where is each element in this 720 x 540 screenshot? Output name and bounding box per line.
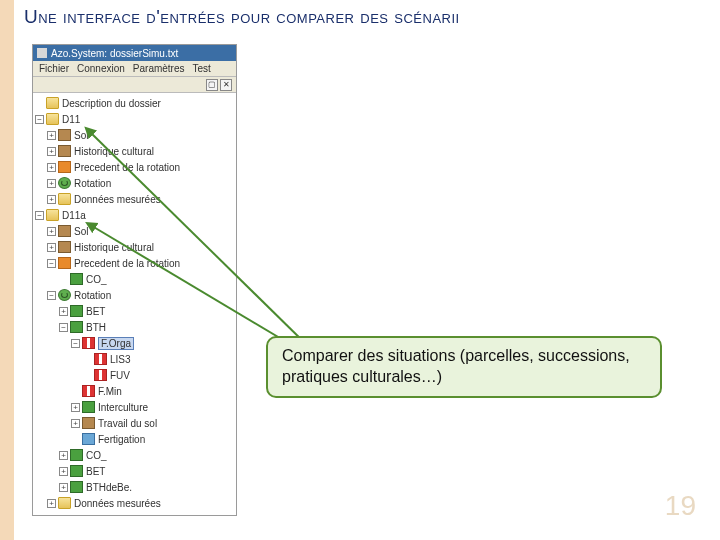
history-icon [58,241,71,253]
expander-blank [59,275,68,284]
expander-minus-icon[interactable]: − [47,291,56,300]
folder-icon [46,209,59,221]
tree-item-precedent[interactable]: + Precedent de la rotation [35,159,234,175]
flag-icon [94,369,107,381]
tree-item-d11[interactable]: − D11 [35,111,234,127]
tree-item-bth[interactable]: − BTH [35,319,234,335]
tree-label: Description du dossier [62,98,161,109]
tree-item-sol[interactable]: + Sol [35,127,234,143]
menu-test[interactable]: Test [193,63,211,74]
tree-item-bet2[interactable]: + BET [35,463,234,479]
expander-plus-icon[interactable]: + [47,147,56,156]
expander-plus-icon[interactable]: + [47,227,56,236]
expander-minus-icon[interactable]: − [71,339,80,348]
expander-plus-icon[interactable]: + [71,403,80,412]
tree-item-forga[interactable]: − F.Orga [35,335,234,351]
tree-item-rotation2[interactable]: − Rotation [35,287,234,303]
tree-label: BET [86,466,105,477]
tree-label: D11 [62,114,80,125]
expander-plus-icon[interactable]: + [59,467,68,476]
callout-text: Comparer des situations (parcelles, succ… [282,347,630,385]
tree-label: Rotation [74,178,111,189]
tree-label: Rotation [74,290,111,301]
tree-item-co2[interactable]: + CO_ [35,447,234,463]
tree-item-bthdebe[interactable]: + BTHdeBe. [35,479,234,495]
tree-label: Precedent de la rotation [74,162,180,173]
crop-icon [70,449,83,461]
rotation-icon [58,177,71,189]
expander-blank [35,99,44,108]
tree-item-precedent2[interactable]: − Precedent de la rotation [35,255,234,271]
tree-item-rotation[interactable]: + Rotation [35,175,234,191]
tree-item-sol2[interactable]: + Sol [35,223,234,239]
expander-plus-icon[interactable]: + [59,483,68,492]
folder-icon [46,97,59,109]
folder-icon [46,113,59,125]
soil-icon [58,129,71,141]
crop-icon [70,465,83,477]
tree-label: D11a [62,210,86,221]
tree-item-bet[interactable]: + BET [35,303,234,319]
app-titlebar[interactable]: Azo.System: dossierSimu.txt [33,45,236,61]
expander-plus-icon[interactable]: + [47,131,56,140]
left-accent-stripe [0,0,14,540]
tree-label: Historique cultural [74,146,154,157]
tree-item-donnees[interactable]: + Données mesurées [35,191,234,207]
app-icon [37,48,47,58]
tree-item-lis3[interactable]: LIS3 [35,351,234,367]
expander-plus-icon[interactable]: + [59,307,68,316]
tree-label: Interculture [98,402,148,413]
tree-label: FUV [110,370,130,381]
expander-plus-icon[interactable]: + [47,179,56,188]
app-menubar: Fichier Connexion Paramètres Test [33,61,236,77]
expander-minus-icon[interactable]: − [35,211,44,220]
tree-label: Precedent de la rotation [74,258,180,269]
toolbar-close-icon[interactable]: ✕ [220,79,232,91]
menu-parametres[interactable]: Paramètres [133,63,185,74]
expander-minus-icon[interactable]: − [47,259,56,268]
expander-plus-icon[interactable]: + [47,163,56,172]
expander-minus-icon[interactable]: − [59,323,68,332]
tree-item-interculture[interactable]: + Interculture [35,399,234,415]
tree-label-selected: F.Orga [98,337,134,350]
crop-icon [70,273,83,285]
tree-view[interactable]: Description du dossier − D11 + Sol + His… [33,93,236,515]
precedent-icon [58,161,71,173]
history-icon [58,145,71,157]
toolbar-doc-icon[interactable]: ▢ [206,79,218,91]
tree-item-fertigation[interactable]: Fertigation [35,431,234,447]
expander-plus-icon[interactable]: + [47,499,56,508]
tree-item-historique[interactable]: + Historique cultural [35,143,234,159]
tree-item-description[interactable]: Description du dossier [35,95,234,111]
tree-label: Historique cultural [74,242,154,253]
tree-label: Données mesurées [74,498,161,509]
expander-blank [71,435,80,444]
tree-label: Données mesurées [74,194,161,205]
menu-fichier[interactable]: Fichier [39,63,69,74]
tree-label: Fertigation [98,434,145,445]
tree-label: Sol [74,130,88,141]
soil-work-icon [82,417,95,429]
tree-label: CO_ [86,450,107,461]
tree-item-d11a[interactable]: − D11a [35,207,234,223]
callout-box: Comparer des situations (parcelles, succ… [266,336,662,398]
menu-connexion[interactable]: Connexion [77,63,125,74]
expander-plus-icon[interactable]: + [59,451,68,460]
tree-item-donnees2[interactable]: + Données mesurées [35,495,234,511]
tree-label: BTH [86,322,106,333]
tree-item-historique2[interactable]: + Historique cultural [35,239,234,255]
tree-item-travail[interactable]: + Travail du sol [35,415,234,431]
expander-blank [83,371,92,380]
flag-icon [82,385,95,397]
expander-minus-icon[interactable]: − [35,115,44,124]
expander-plus-icon[interactable]: + [71,419,80,428]
expander-blank [83,355,92,364]
expander-plus-icon[interactable]: + [47,195,56,204]
tree-item-fmin[interactable]: F.Min [35,383,234,399]
tree-label: BTHdeBe. [86,482,132,493]
expander-plus-icon[interactable]: + [47,243,56,252]
tree-item-fuv[interactable]: FUV [35,367,234,383]
tree-label: Travail du sol [98,418,157,429]
expander-blank [71,387,80,396]
tree-item-co[interactable]: CO_ [35,271,234,287]
